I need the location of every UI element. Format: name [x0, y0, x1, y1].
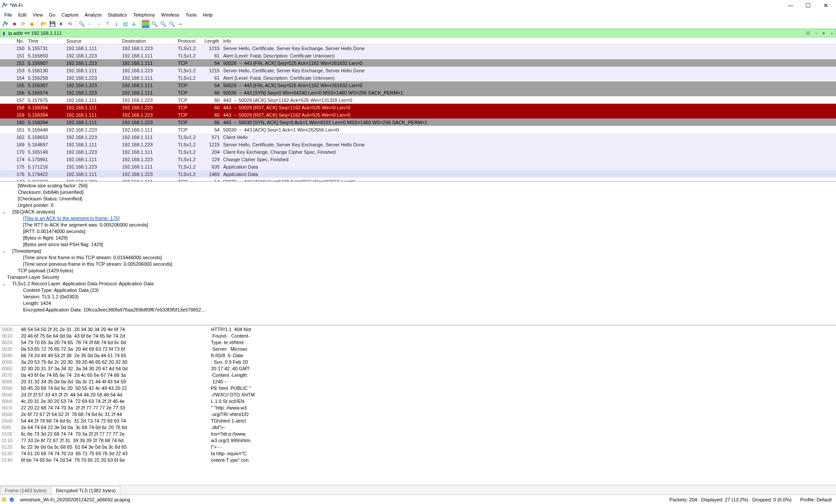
detail-line[interactable]: Version: TLS 1.2 (0x0303): [2, 294, 834, 300]
menu-go[interactable]: Go: [46, 11, 58, 18]
filter-history-icon[interactable]: ▾: [820, 30, 828, 36]
start-capture-icon[interactable]: [2, 20, 10, 28]
hex-row[interactable]: 011077 33 2e 6f 72 67 2f 31 39 39 39 2f …: [2, 437, 834, 444]
detail-line[interactable]: [iRTT: 0.001474000 seconds]: [2, 228, 834, 235]
hex-row[interactable]: 013074 61 20 68 74 74 70 2d 65 71 75 69 …: [2, 450, 834, 457]
tab-frame[interactable]: Frame (1483 bytes): [0, 486, 51, 494]
packet-row[interactable]: 1755.171216192.168.1.223192.168.1.111TLS…: [0, 163, 836, 170]
maximize-button[interactable]: ☐: [802, 2, 814, 9]
hex-row[interactable]: 006032 30 20 31 37 3a 34 32 3a 34 30 20 …: [2, 365, 834, 372]
detail-line[interactable]: Encrypted Application Data: 10fcca3eec38…: [2, 307, 834, 313]
detail-line[interactable]: [SEQ/ACK analysis]: [2, 209, 834, 215]
close-file-icon[interactable]: ✕: [57, 20, 65, 28]
packet-row[interactable]: 1555.156307192.168.1.223192.168.1.111TCP…: [0, 81, 836, 89]
zoom-in-icon[interactable]: 🔍: [150, 20, 158, 28]
hex-row[interactable]: 001020 46 6f 75 6e 64 0d 0a 43 6f 6e 74 …: [2, 333, 834, 339]
resize-columns-icon[interactable]: ↔: [177, 20, 184, 28]
hex-row[interactable]: 00e054 44 2f 78 68 74 6d 6c 31 2d 73 74 …: [2, 418, 834, 424]
auto-scroll-icon[interactable]: ⇊: [130, 20, 138, 28]
close-button[interactable]: ✕: [819, 2, 832, 9]
packet-row[interactable]: 1525.155907192.168.1.223192.168.1.111TCP…: [0, 59, 836, 67]
packet-row[interactable]: 1585.158394192.168.1.111192.168.1.223TCP…: [0, 104, 836, 111]
hex-row[interactable]: 00b04c 20 31 2e 30 20 53 74 72 69 63 74 …: [2, 398, 834, 405]
go-back-icon[interactable]: ←: [86, 20, 94, 28]
expert-info-icon[interactable]: [2, 497, 6, 502]
hex-row[interactable]: 002054 79 70 65 3a 20 74 65 78 74 2f 68 …: [2, 339, 834, 346]
detail-line[interactable]: [Window size scaling factor: 256]: [2, 183, 834, 189]
detail-line[interactable]: [The RTT to ACK the segment was: 0.00520…: [2, 222, 834, 228]
capture-file-icon[interactable]: [10, 497, 14, 502]
packet-bytes-pane[interactable]: 000048 54 54 50 2f 31 2e 31 20 34 30 34 …: [0, 325, 836, 485]
hex-row[interactable]: 00a02d 2f 2f 57 33 43 2f 2f 44 54 44 20 …: [2, 392, 834, 398]
col-time[interactable]: Time: [26, 38, 65, 44]
packet-row[interactable]: 1705.165149192.168.1.223192.168.1.111TLS…: [0, 148, 836, 156]
hex-row[interactable]: 01006c 6e 73 3d 22 68 74 74 70 3a 2f 2f …: [2, 431, 834, 437]
detail-line[interactable]: [Time since previous frame in this TCP s…: [2, 261, 834, 267]
hex-row[interactable]: 00503a 20 53 75 6e 2c 20 30 39 20 46 65 …: [2, 359, 834, 365]
detail-line[interactable]: Transport Layer Security: [2, 274, 834, 281]
detail-line[interactable]: [Timestamps]: [2, 248, 834, 254]
display-filter-input[interactable]: [7, 30, 804, 36]
detail-line[interactable]: Length: 1424: [2, 300, 834, 307]
detail-line[interactable]: Content Type: Application Data (23): [2, 287, 834, 294]
go-last-icon[interactable]: ▤: [121, 20, 129, 28]
menu-help[interactable]: Help: [200, 11, 215, 18]
col-dst[interactable]: Destination: [120, 38, 176, 44]
go-first-icon[interactable]: ⤓: [112, 20, 120, 28]
menu-analyze[interactable]: Analyze: [82, 11, 104, 18]
packet-row[interactable]: 1515.155850192.168.1.223192.168.1.111TLS…: [0, 52, 836, 59]
menu-wireless[interactable]: Wireless: [159, 11, 182, 18]
col-len[interactable]: Length: [201, 38, 221, 44]
menu-tools[interactable]: Tools: [183, 11, 200, 18]
menu-file[interactable]: File: [2, 11, 15, 18]
colorize-icon[interactable]: [142, 20, 150, 28]
detail-line[interactable]: [Bytes sent since last PSH flag: 1429]: [2, 241, 834, 248]
packet-row[interactable]: 1545.156258192.168.1.223192.168.1.111TLS…: [0, 74, 836, 81]
packet-row[interactable]: 1775.216873192.168.1.223192.168.1.111TCP…: [0, 178, 836, 181]
tab-decrypted-tls[interactable]: Decrypted TLS (1382 bytes): [51, 486, 120, 494]
save-file-icon[interactable]: 💾: [48, 20, 56, 28]
menu-statistics[interactable]: Statistics: [105, 11, 129, 18]
menu-telephony[interactable]: Telephony: [130, 11, 157, 18]
zoom-out-icon[interactable]: 🔍: [159, 20, 167, 28]
minimize-button[interactable]: —: [785, 2, 797, 9]
hex-row[interactable]: 00300a 53 65 72 76 65 72 3a 20 4d 69 63 …: [2, 346, 834, 352]
col-no[interactable]: No.: [0, 38, 26, 44]
filter-bookmark-icon[interactable]: ▮: [0, 30, 7, 36]
find-packet-icon[interactable]: 🔍: [78, 20, 85, 28]
go-to-icon[interactable]: ⤒: [104, 20, 112, 28]
detail-line[interactable]: [Checksum Status: Unverified]: [2, 196, 834, 202]
detail-line[interactable]: Urgent pointer: 0: [2, 202, 834, 209]
packet-row[interactable]: 1535.156130192.168.1.111192.168.1.223TLS…: [0, 67, 836, 74]
packet-row[interactable]: 1625.158653192.168.1.223192.168.1.111TLS…: [0, 133, 836, 141]
col-proto[interactable]: Protocol: [176, 38, 201, 44]
menu-edit[interactable]: Edit: [16, 11, 29, 18]
packet-list[interactable]: 1505.155731192.168.1.111192.168.1.223TLS…: [0, 44, 836, 181]
go-forward-icon[interactable]: →: [95, 20, 103, 28]
status-profile[interactable]: Profile: Default: [798, 497, 834, 502]
detail-line[interactable]: [Bytes in flight: 1429]: [2, 235, 834, 241]
col-info[interactable]: Info: [221, 38, 836, 44]
packet-row[interactable]: 1565.156974192.168.1.223192.168.1.111TCP…: [0, 89, 836, 96]
hex-row[interactable]: 009050 45 20 68 74 6d 6c 20 50 55 42 4c …: [2, 385, 834, 392]
menu-capture[interactable]: Capture: [59, 11, 81, 18]
hex-row[interactable]: 00700a 43 6f 6e 74 65 6e 74 2d 4c 65 6e …: [2, 372, 834, 379]
detail-line[interactable]: Checksum: 0xb84b [unverified]: [2, 189, 834, 196]
detail-line[interactable]: [Time since first frame in this TCP stre…: [2, 254, 834, 261]
filter-apply-icon[interactable]: →: [812, 30, 820, 36]
filter-clear-icon[interactable]: ☒: [804, 30, 812, 36]
packet-row[interactable]: 1615.158448192.168.1.223192.168.1.111TCP…: [0, 126, 836, 133]
hex-row[interactable]: 008020 31 32 34 35 0d 0a 0d 0a 3c 21 44 …: [2, 379, 834, 385]
stop-capture-icon[interactable]: ■: [10, 20, 18, 28]
packet-row[interactable]: 1695.164697192.168.1.111192.168.1.223TLS…: [0, 141, 836, 148]
packet-row[interactable]: 1595.158394192.168.1.111192.168.1.223TCP…: [0, 111, 836, 118]
reload-icon[interactable]: ⟲: [66, 20, 74, 28]
hex-row[interactable]: 00c022 20 22 68 74 74 70 3a 2f 2f 77 77 …: [2, 405, 834, 411]
detail-line[interactable]: TCP payload (1429 bytes): [2, 267, 834, 274]
open-file-icon[interactable]: 📂: [40, 20, 48, 28]
packet-row[interactable]: 1745.170961192.168.1.111192.168.1.223TLS…: [0, 156, 836, 163]
hex-row[interactable]: 00f02e 64 74 64 22 3e 0d 0a 3c 68 74 6d …: [2, 424, 834, 431]
hex-row[interactable]: 004066 74 2d 49 49 53 2f 38 2e 35 0d 0a …: [2, 352, 834, 359]
detail-line[interactable]: [This is an ACK to the segment in frame:…: [2, 215, 834, 222]
col-src[interactable]: Source: [65, 38, 120, 44]
